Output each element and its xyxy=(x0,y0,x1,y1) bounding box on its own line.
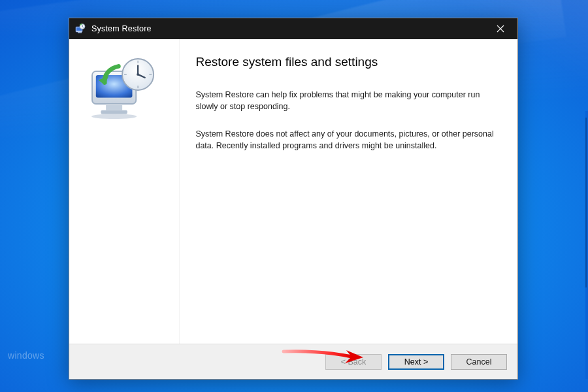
system-restore-icon xyxy=(74,23,86,35)
close-button[interactable] xyxy=(486,18,515,39)
titlebar[interactable]: System Restore xyxy=(69,18,517,39)
svg-rect-7 xyxy=(101,110,127,114)
intro-paragraph-2: System Restore does not affect any of yo… xyxy=(195,128,495,152)
page-heading: Restore system files and settings xyxy=(195,55,495,69)
watermark-text: windows xyxy=(8,350,44,361)
window-title: System Restore xyxy=(91,24,486,33)
svg-rect-2 xyxy=(78,32,82,33)
intro-paragraph-1: System Restore can help fix problems tha… xyxy=(195,89,495,112)
wizard-content: Restore system files and settings System… xyxy=(180,39,517,344)
cancel-button[interactable]: Cancel xyxy=(451,354,507,370)
next-button[interactable]: Next > xyxy=(388,354,444,370)
svg-point-8 xyxy=(91,114,137,119)
svg-rect-6 xyxy=(106,105,122,110)
close-icon xyxy=(497,25,504,33)
system-restore-hero-icon xyxy=(89,57,159,120)
wizard-footer: < Back Next > Cancel xyxy=(69,344,517,379)
svg-point-16 xyxy=(137,73,139,76)
back-button: < Back xyxy=(325,354,382,370)
system-restore-window: System Restore xyxy=(69,18,518,380)
wizard-side-panel xyxy=(69,39,180,344)
